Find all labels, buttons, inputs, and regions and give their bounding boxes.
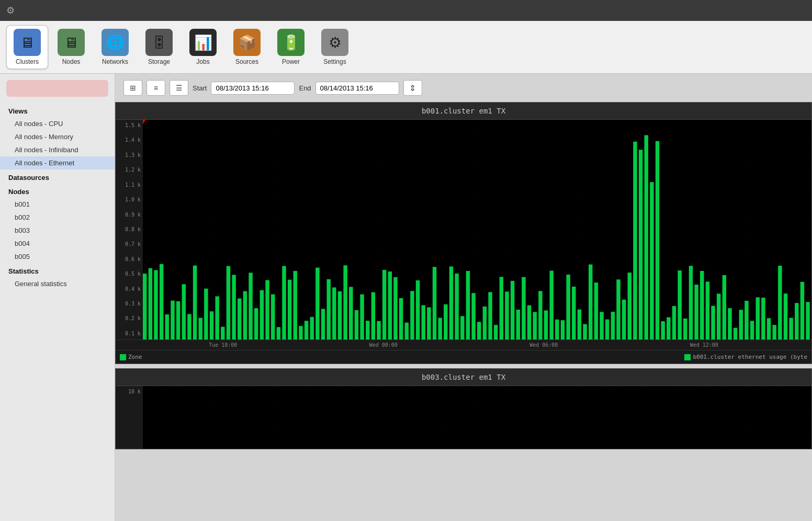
sidebar-item-all-nodes-cpu[interactable]: All nodes - CPU [0, 117, 115, 130]
svg-rect-3 [149, 268, 152, 339]
svg-rect-46 [388, 271, 392, 339]
svg-rect-11 [193, 266, 197, 339]
y-label-1: 1.5 k [118, 123, 141, 128]
nav-label-jobs: Jobs [196, 58, 209, 65]
svg-rect-106 [723, 275, 726, 339]
nav-label-sources: Sources [235, 58, 258, 65]
nav-icon-sources: 📦 [233, 29, 261, 56]
sidebar-item-b005[interactable]: b005 [0, 250, 115, 263]
controls-bar: ⊞ ≡ ☰ Start End ⇕ [115, 74, 812, 102]
nav-item-storage[interactable]: 🎛 Storage [138, 26, 180, 69]
sidebar-item-all-nodes-ethernet[interactable]: All nodes - Ethernet [0, 156, 115, 169]
legend-data-1: b001.cluster ethernet usage (byte [693, 354, 807, 360]
svg-rect-25 [271, 295, 275, 339]
nav-item-jobs[interactable]: 📊 Jobs [182, 26, 224, 69]
nav-item-clusters[interactable]: 🖥 Clusters [6, 25, 48, 69]
svg-rect-47 [393, 277, 397, 339]
svg-rect-20 [243, 291, 247, 339]
svg-rect-110 [745, 301, 748, 339]
svg-rect-12 [199, 318, 202, 339]
svg-rect-9 [182, 284, 186, 339]
svg-rect-95 [661, 321, 664, 339]
end-date-input[interactable] [315, 82, 399, 95]
svg-rect-105 [717, 293, 720, 339]
svg-rect-75 [549, 270, 553, 339]
svg-rect-121 [806, 302, 809, 339]
chart-area-2 [143, 386, 811, 449]
svg-rect-115 [772, 325, 776, 339]
svg-rect-108 [734, 328, 737, 339]
sidebar-item-all-nodes-memory[interactable]: All nodes - Memory [0, 130, 115, 143]
y-label-1: 0.5 k [118, 271, 141, 277]
sidebar: ViewsAll nodes - CPUAll nodes - MemoryAl… [0, 74, 115, 521]
grid-view-button[interactable]: ⊞ [123, 80, 142, 96]
nav-icon-nodes: 🖥 [58, 29, 85, 56]
nav-item-settings[interactable]: ⚙ Settings [314, 26, 356, 69]
svg-rect-83 [594, 282, 598, 339]
svg-rect-71 [527, 305, 531, 339]
svg-rect-18 [232, 275, 235, 339]
svg-rect-79 [572, 287, 576, 339]
svg-rect-26 [277, 327, 280, 339]
svg-rect-48 [399, 298, 403, 339]
y-label-1: 0.6 k [118, 257, 141, 262]
svg-rect-92 [645, 135, 648, 339]
y-label-1: 1.4 k [118, 138, 141, 143]
svg-rect-114 [767, 318, 771, 339]
sync-button[interactable]: ⇕ [403, 80, 422, 96]
chart-body-2: 10 k [116, 386, 811, 449]
svg-rect-39 [349, 287, 353, 339]
y-label-1: 1.0 k [118, 197, 141, 202]
sidebar-item-b001[interactable]: b001 [0, 198, 115, 211]
sidebar-section-nodes: Nodes [0, 184, 115, 198]
chart-panel-1: b001.cluster em1 TX 1.5 k1.4 k1.3 k1.2 k… [115, 102, 812, 364]
y-label-1: 1.2 k [118, 167, 141, 173]
svg-rect-8 [176, 301, 180, 339]
svg-rect-34 [321, 309, 325, 339]
x-label-1: Tue 18:00 [209, 342, 237, 348]
lines-view-button[interactable]: ☰ [170, 80, 188, 96]
sidebar-item-b002[interactable]: b002 [0, 211, 115, 224]
svg-rect-74 [544, 310, 548, 339]
svg-rect-19 [238, 299, 241, 339]
list-view-button[interactable]: ≡ [146, 80, 165, 96]
svg-rect-99 [683, 319, 687, 339]
chart-title-2: b003.cluster em1 TX [116, 369, 811, 386]
svg-rect-54 [433, 267, 436, 339]
x-label-1: Wed 00:00 [369, 342, 398, 348]
nav-item-nodes[interactable]: 🖥 Nodes [50, 26, 92, 69]
svg-rect-62 [477, 322, 481, 339]
svg-rect-36 [332, 287, 336, 339]
chart-area-1 [143, 120, 811, 339]
svg-rect-80 [578, 310, 581, 339]
start-date-input[interactable] [211, 82, 295, 95]
svg-rect-116 [778, 266, 782, 339]
svg-rect-94 [656, 141, 659, 339]
nav-label-clusters: Clusters [16, 58, 39, 65]
svg-rect-72 [533, 312, 537, 339]
svg-rect-60 [466, 271, 470, 339]
start-label: Start [193, 84, 207, 92]
nav-item-power[interactable]: 🔋 Power [270, 26, 312, 69]
svg-rect-44 [377, 321, 380, 339]
chart-title-1: b001.cluster em1 TX [116, 103, 811, 120]
gear-icon[interactable]: ⚙ [6, 5, 15, 16]
nav-item-networks[interactable]: 🌐 Networks [94, 26, 136, 69]
y-label-1: 0.8 k [118, 227, 141, 232]
sidebar-item-b004[interactable]: b004 [0, 237, 115, 250]
svg-rect-118 [789, 318, 793, 339]
sidebar-item-general-statistics[interactable]: General statistics [0, 277, 115, 290]
svg-rect-1 [143, 274, 146, 339]
svg-rect-53 [427, 307, 431, 339]
nav-item-sources[interactable]: 📦 Sources [226, 26, 268, 69]
svg-rect-30 [299, 326, 302, 339]
y-axis-2: 10 k [116, 386, 143, 449]
svg-rect-109 [739, 310, 743, 339]
svg-rect-23 [260, 290, 264, 339]
svg-rect-103 [706, 281, 709, 339]
sidebar-item-b003[interactable]: b003 [0, 224, 115, 237]
sidebar-item-all-nodes-infiniband[interactable]: All nodes - Infiniband [0, 143, 115, 156]
svg-rect-66 [500, 277, 503, 339]
content-area: ⊞ ≡ ☰ Start End ⇕ b001.cluster em1 TX 1.… [115, 74, 812, 521]
svg-rect-117 [784, 293, 787, 339]
